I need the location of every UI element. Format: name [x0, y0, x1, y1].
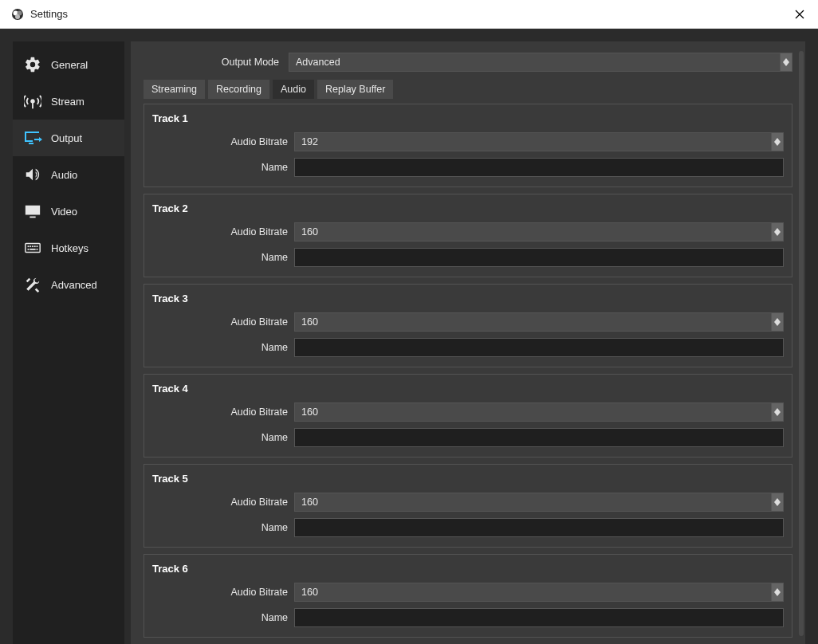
gear-icon: [22, 54, 43, 75]
output-mode-value: Advanced: [296, 57, 340, 68]
monitor-icon: [22, 201, 43, 222]
bitrate-value: 160: [301, 497, 318, 508]
name-row: Name: [152, 338, 784, 357]
svg-rect-12: [37, 245, 38, 247]
sidebar-item-output[interactable]: Output: [13, 120, 124, 156]
sidebar-item-label: Video: [51, 206, 77, 218]
sidebar-item-advanced[interactable]: Advanced: [13, 266, 124, 303]
svg-point-3: [15, 14, 20, 19]
bitrate-stepper[interactable]: [771, 222, 784, 242]
sidebar-item-label: General: [51, 59, 88, 71]
sidebar-item-label: Output: [51, 132, 82, 144]
client-area: General Stream Output Audio: [0, 29, 818, 644]
titlebar-left: Settings: [11, 8, 68, 21]
bitrate-select[interactable]: 160: [294, 493, 771, 512]
close-button[interactable]: [781, 0, 818, 29]
stepper-icon: [774, 408, 781, 416]
bitrate-label: Audio Bitrate: [152, 406, 288, 418]
tab-recording[interactable]: Recording: [208, 80, 269, 99]
sidebar-item-label: Advanced: [51, 279, 97, 291]
svg-rect-10: [32, 245, 33, 247]
track-title: Track 3: [152, 293, 784, 304]
stepper-icon: [774, 138, 781, 146]
name-input[interactable]: [294, 518, 784, 537]
bitrate-label: Audio Bitrate: [152, 136, 288, 147]
bitrate-stepper[interactable]: [771, 402, 784, 422]
name-label: Name: [152, 522, 288, 533]
sidebar: General Stream Output Audio: [13, 41, 124, 644]
track-group: Track 2 Audio Bitrate 160 Nam: [144, 194, 792, 277]
bitrate-label: Audio Bitrate: [152, 497, 288, 508]
svg-rect-8: [28, 245, 29, 247]
name-input[interactable]: [294, 338, 784, 357]
output-mode-select[interactable]: Advanced: [289, 53, 780, 72]
tab-streaming[interactable]: Streaming: [144, 80, 205, 99]
bitrate-stepper[interactable]: [771, 493, 784, 512]
main-panel: Output Mode Advanced: [131, 41, 805, 644]
name-label: Name: [152, 612, 288, 623]
bitrate-value: 160: [301, 587, 318, 598]
name-row: Name: [152, 518, 784, 537]
output-mode-row: Output Mode Advanced: [137, 48, 799, 80]
sidebar-item-general[interactable]: General: [13, 46, 124, 83]
sidebar-item-stream[interactable]: Stream: [13, 83, 124, 120]
bitrate-value: 160: [301, 406, 318, 418]
tab-audio[interactable]: Audio: [273, 80, 314, 99]
track-group: Track 6 Audio Bitrate 160 Nam: [144, 554, 792, 638]
sidebar-item-video[interactable]: Video: [13, 193, 124, 230]
bitrate-row: Audio Bitrate 160: [152, 583, 784, 602]
svg-rect-9: [29, 245, 31, 247]
track-title: Track 4: [152, 383, 784, 395]
titlebar: Settings: [0, 0, 818, 29]
sidebar-item-audio[interactable]: Audio: [13, 156, 124, 193]
bitrate-value: 192: [301, 136, 318, 147]
sidebar-item-label: Hotkeys: [51, 242, 88, 254]
svg-rect-7: [26, 244, 40, 253]
scrollbar[interactable]: [799, 51, 804, 636]
output-tabs: Streaming Recording Audio Replay Buffer: [137, 80, 799, 99]
sidebar-item-hotkeys[interactable]: Hotkeys: [13, 230, 124, 266]
name-input[interactable]: [294, 428, 784, 447]
name-row: Name: [152, 248, 784, 267]
name-input[interactable]: [294, 158, 784, 177]
broadcast-icon: [22, 91, 43, 112]
track-group: Track 5 Audio Bitrate 160 Nam: [144, 464, 792, 548]
stepper-icon: [774, 498, 781, 506]
bitrate-row: Audio Bitrate 192: [152, 132, 784, 151]
bitrate-select[interactable]: 160: [294, 583, 771, 602]
bitrate-stepper[interactable]: [771, 583, 784, 602]
stepper-icon: [783, 58, 789, 66]
bitrate-select[interactable]: 160: [294, 312, 771, 332]
name-input[interactable]: [294, 608, 784, 627]
settings-window: Settings General Stream: [0, 0, 818, 644]
bitrate-select[interactable]: 160: [294, 222, 771, 242]
svg-rect-11: [34, 245, 36, 247]
track-title: Track 1: [152, 112, 784, 124]
svg-rect-14: [29, 249, 35, 250]
tracks-scroll-area[interactable]: Track 1 Audio Bitrate 192 Nam: [137, 104, 799, 644]
speaker-icon: [22, 164, 43, 185]
bitrate-row: Audio Bitrate 160: [152, 222, 784, 242]
svg-rect-6: [29, 143, 33, 144]
tools-icon: [22, 274, 43, 295]
name-input[interactable]: [294, 248, 784, 267]
track-group: Track 4 Audio Bitrate 160 Nam: [144, 374, 792, 457]
bitrate-value: 160: [301, 226, 318, 238]
close-icon: [795, 10, 804, 19]
tab-replay-buffer[interactable]: Replay Buffer: [317, 80, 394, 99]
output-mode-stepper[interactable]: [780, 53, 792, 72]
bitrate-stepper[interactable]: [771, 132, 784, 151]
app-icon: [11, 8, 24, 21]
name-row: Name: [152, 608, 784, 627]
name-label: Name: [152, 432, 288, 443]
bitrate-row: Audio Bitrate 160: [152, 402, 784, 422]
bitrate-stepper[interactable]: [771, 312, 784, 332]
name-row: Name: [152, 428, 784, 447]
stepper-icon: [774, 588, 781, 596]
bitrate-select[interactable]: 160: [294, 402, 771, 422]
name-label: Name: [152, 162, 288, 173]
bitrate-value: 160: [301, 316, 318, 328]
monitor-export-icon: [22, 128, 43, 148]
stepper-icon: [774, 318, 781, 326]
bitrate-select[interactable]: 192: [294, 132, 771, 151]
